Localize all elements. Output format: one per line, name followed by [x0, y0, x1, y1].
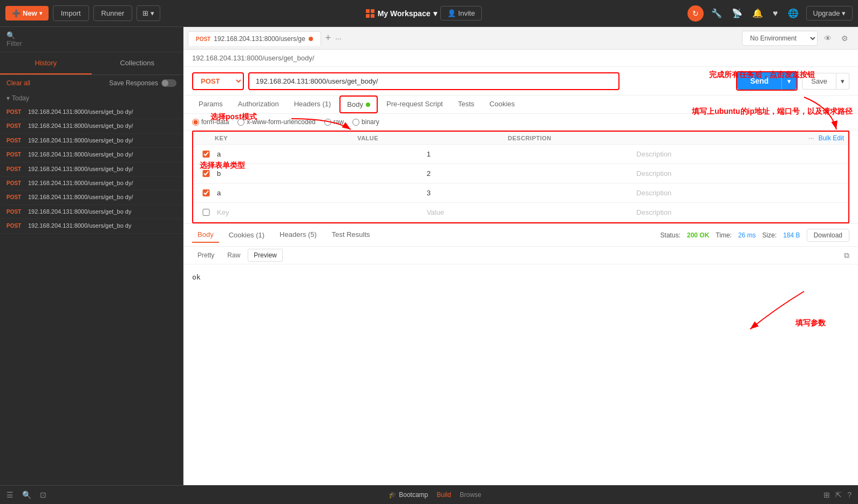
add-tab-button[interactable]: + — [321, 32, 336, 44]
new-button[interactable]: ➕ New ▾ — [5, 6, 49, 21]
row-checkbox-2[interactable] — [198, 170, 215, 177]
list-item[interactable]: POST 192.168.204.131:8000/users/get_bo d… — [0, 119, 183, 133]
main-content: POST 192.168.204.131:8000/users/ge + ···… — [183, 27, 858, 485]
invite-button[interactable]: 👤 Invite — [440, 6, 482, 21]
tests-tab[interactable]: Tests — [452, 96, 481, 113]
x-www-form-option[interactable]: x-www-form-urlencoded — [237, 118, 315, 126]
row-checkbox-placeholder[interactable] — [198, 209, 215, 216]
download-button[interactable]: Download — [807, 229, 849, 242]
save-responses-toggle-switch[interactable] — [161, 79, 176, 87]
today-group-header: ▾ Today — [0, 91, 183, 105]
more-tabs-button[interactable]: ··· — [335, 34, 342, 43]
key-input-3[interactable] — [215, 187, 425, 199]
settings-icon[interactable]: ⚙ — [838, 32, 852, 45]
pretty-tab[interactable]: Pretty — [192, 249, 220, 261]
filter-input[interactable] — [6, 39, 176, 47]
sidebar-tabs: History Collections — [0, 52, 183, 75]
list-item[interactable]: POST 192.168.204.131:8000/users/get_bo d… — [0, 190, 183, 205]
list-item[interactable]: POST 192.168.204.131:8000/users/get_bo d… — [0, 176, 183, 190]
response-test-results-tab[interactable]: Test Results — [326, 227, 376, 243]
upgrade-button[interactable]: Upgrade ▾ — [806, 6, 853, 21]
save-button[interactable]: Save — [802, 73, 836, 90]
copy-button[interactable]: ⧉ — [844, 251, 849, 260]
value-input-placeholder[interactable] — [425, 206, 635, 219]
heart-icon[interactable]: ♥ — [771, 6, 780, 21]
collections-tab[interactable]: Collections — [92, 52, 183, 74]
bell-icon[interactable]: 🔔 — [750, 6, 765, 21]
wrench-icon[interactable]: 🔧 — [709, 6, 724, 21]
satellite-icon[interactable]: 📡 — [730, 6, 745, 21]
key-input-placeholder[interactable] — [215, 206, 425, 219]
environment-select[interactable]: No Environment — [742, 31, 818, 46]
response-cookies-tab[interactable]: Cookies (1) — [223, 228, 270, 242]
desc-input-2[interactable] — [634, 167, 844, 180]
sync-icon[interactable]: ↻ — [687, 5, 704, 22]
browse-button[interactable]: Browse — [460, 491, 481, 499]
list-item[interactable]: POST 192.168.204.131:8000/users/get_bo d… — [0, 162, 183, 176]
body-tab[interactable]: Body — [339, 96, 378, 113]
more-options-icon[interactable]: ··· — [808, 134, 814, 142]
response-body-tab[interactable]: Body — [192, 227, 219, 243]
desc-input-placeholder[interactable] — [634, 206, 844, 219]
authorization-tab[interactable]: Authorization — [231, 96, 285, 113]
bulk-edit-button[interactable]: Bulk Edit — [819, 134, 844, 142]
row-checkbox-3[interactable] — [198, 189, 215, 196]
raw-option[interactable]: raw — [324, 118, 344, 126]
desc-input-1[interactable] — [634, 148, 844, 160]
response-headers-tab[interactable]: Headers (5) — [274, 227, 322, 243]
bootcamp-icon: 🎓 — [389, 491, 397, 499]
eye-icon[interactable]: 👁 — [821, 32, 835, 45]
expand-icon[interactable]: ⇱ — [835, 491, 842, 499]
request-controls: POST GET PUT DELETE PATCH Send ▾ Save ▾ — [183, 67, 858, 96]
save-dropdown-button[interactable]: ▾ — [836, 73, 849, 90]
row-checkbox-1[interactable] — [198, 151, 215, 158]
send-button-group: Send ▾ — [736, 71, 798, 91]
preview-tab[interactable]: Preview — [248, 249, 283, 262]
desc-input-3[interactable] — [634, 187, 844, 199]
build-button[interactable]: Build — [437, 491, 451, 499]
params-table-container: KEY VALUE DESCRIPTION ··· Bulk Edit — [192, 131, 849, 223]
key-input-1[interactable] — [215, 148, 425, 160]
request-tab[interactable]: POST 192.168.204.131:8000/users/ge — [188, 31, 321, 46]
response-section: Body Cookies (1) Headers (5) Test Result… — [183, 223, 858, 485]
send-button[interactable]: Send — [737, 72, 781, 90]
list-item[interactable]: POST 192.168.204.131:8000/users/get_bo d… — [0, 134, 183, 148]
key-input-2[interactable] — [215, 167, 425, 180]
clear-all-button[interactable]: Clear all — [6, 79, 30, 87]
url-input[interactable] — [248, 72, 619, 90]
extra-button[interactable]: ⊞ ▾ — [137, 5, 160, 21]
method-badge: POST — [6, 193, 24, 200]
sidebar-toggle-icon[interactable]: ☰ — [6, 491, 13, 499]
raw-tab[interactable]: Raw — [222, 249, 246, 261]
list-item[interactable]: POST 192.168.204.131:8000/users/get_bo d… — [0, 105, 183, 119]
cookies-tab[interactable]: Cookies — [483, 96, 521, 113]
sidebar-search: 🔍 — [0, 27, 183, 52]
method-select[interactable]: POST GET PUT DELETE PATCH — [192, 72, 244, 90]
globe-icon[interactable]: 🌐 — [786, 6, 801, 21]
headers-tab[interactable]: Headers (1) — [288, 96, 338, 113]
request-tabs: Params Authorization Headers (1) Body Pr… — [183, 96, 858, 114]
help-icon[interactable]: ? — [847, 491, 852, 499]
grid-bottom-icon[interactable]: ⊞ — [823, 491, 830, 499]
value-input-1[interactable] — [425, 148, 635, 160]
bootcamp-button[interactable]: 🎓 Bootcamp — [389, 491, 428, 499]
prerequest-tab[interactable]: Pre-request Script — [380, 96, 450, 113]
list-item[interactable]: POST 192.168.204.131:8000/users/get_bo d… — [0, 205, 183, 219]
runner-button[interactable]: Runner — [93, 5, 133, 21]
history-tab[interactable]: History — [0, 52, 92, 74]
binary-option[interactable]: binary — [352, 118, 379, 126]
toggle-knob — [162, 80, 168, 86]
value-input-2[interactable] — [425, 167, 635, 180]
value-input-3[interactable] — [425, 187, 635, 199]
workspace-button[interactable]: My Workspace ▾ — [366, 9, 438, 18]
form-data-option[interactable]: form-data — [192, 118, 229, 126]
params-tab[interactable]: Params — [192, 96, 229, 113]
send-dropdown-button[interactable]: ▾ — [781, 72, 796, 90]
list-item[interactable]: POST 192.168.204.131:8000/users/get_bo d… — [0, 219, 183, 233]
user-icon: 👤 — [447, 9, 456, 17]
search-bottom-icon[interactable]: 🔍 — [22, 491, 31, 499]
list-item[interactable]: POST 192.168.204.131:8000/users/get_bo d… — [0, 148, 183, 162]
value-column-header: VALUE — [357, 135, 378, 141]
import-button[interactable]: Import — [53, 5, 89, 21]
layout-icon[interactable]: ⊡ — [40, 491, 46, 499]
